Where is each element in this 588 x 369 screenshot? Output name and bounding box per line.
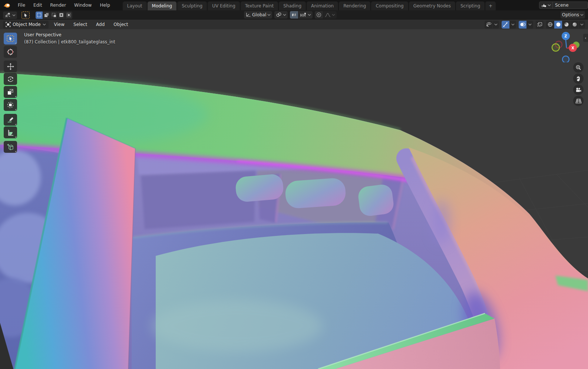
shading-wireframe-button[interactable] [546, 21, 554, 29]
tab-scripting[interactable]: Scripting [456, 1, 485, 10]
show-object-types-button[interactable] [485, 21, 492, 29]
tool-scale[interactable] [4, 86, 17, 98]
shading-mode-group [546, 21, 585, 29]
axis-neg-y-ball[interactable] [552, 44, 559, 51]
move-icon [7, 63, 14, 70]
mode-label: Object Mode [13, 22, 41, 27]
menu-edit[interactable]: Edit [30, 1, 46, 9]
select-mode-extend[interactable] [43, 11, 50, 19]
tool-rotate[interactable] [4, 73, 17, 85]
pointer-eye-icon [486, 22, 492, 27]
tab-uv-editing[interactable]: UV Editing [208, 1, 240, 10]
zoom-icon [575, 65, 581, 70]
menu-help[interactable]: Help [96, 1, 113, 9]
add-workspace-button[interactable]: + [485, 1, 496, 10]
tab-sculpting[interactable]: Sculpting [177, 1, 207, 10]
chevron-down-icon [43, 23, 46, 26]
menu-add[interactable]: Add [93, 21, 108, 28]
toggle-xray-button[interactable] [536, 21, 544, 29]
select-cursor-icon [24, 13, 28, 17]
menu-object[interactable]: Object [110, 21, 131, 28]
toggle-orthographic-button[interactable] [573, 96, 584, 106]
tool-add-cube[interactable] [4, 141, 17, 153]
menu-view[interactable]: View [51, 21, 68, 28]
snap-toggle[interactable] [290, 11, 298, 19]
tab-rendering[interactable]: Rendering [339, 1, 370, 10]
menu-render[interactable]: Render [46, 1, 70, 9]
sidebar-toggle[interactable]: ‹ [583, 34, 588, 42]
tab-layout[interactable]: Layout [123, 1, 147, 10]
chevron-down-icon [548, 4, 551, 6]
show-gizmos-toggle[interactable] [502, 21, 509, 29]
options-button[interactable]: Options [561, 11, 585, 19]
tab-modeling[interactable]: Modeling [148, 1, 177, 10]
snap-with-selector[interactable] [298, 11, 313, 19]
proportional-edit-icon [316, 12, 321, 17]
chevron-down-icon [267, 14, 271, 16]
select-mode-set[interactable] [36, 11, 43, 19]
viewport-header-right [485, 21, 585, 29]
transform-orientation-selector[interactable]: Global [244, 11, 272, 19]
chevron-down-icon [332, 14, 335, 16]
menu-file[interactable]: File [14, 1, 29, 9]
mode-selector[interactable]: Object Mode [3, 21, 49, 29]
tab-compositing[interactable]: Compositing [371, 1, 408, 10]
show-overlays-toggle[interactable] [519, 21, 526, 29]
chevron-down-icon [308, 14, 311, 16]
shading-dropdown[interactable] [579, 21, 585, 29]
measure-icon [7, 129, 14, 136]
gizmos-group [502, 21, 516, 29]
menu-window[interactable]: Window [70, 1, 95, 9]
chevron-down-icon [580, 23, 584, 26]
shading-solid-button[interactable] [554, 21, 562, 29]
navigation-gizmo[interactable]: X Z [550, 31, 581, 62]
axis-z-label: Z [564, 34, 567, 38]
tool-measure[interactable] [4, 126, 17, 138]
tool-transform[interactable] [4, 99, 17, 111]
tab-geometry-nodes[interactable]: Geometry Nodes [409, 1, 455, 10]
select-mode-intersect[interactable] [65, 11, 72, 19]
transform-settings-cluster: Global [244, 11, 337, 19]
active-tool-indicator[interactable] [22, 11, 30, 19]
scene-selector[interactable]: Scene [539, 1, 588, 9]
overlays-group [519, 21, 533, 29]
tool-move[interactable] [4, 60, 17, 72]
zoom-button[interactable] [573, 62, 584, 73]
object-mode-icon [6, 22, 11, 27]
overlays-dropdown[interactable] [527, 21, 533, 29]
shading-material-button[interactable] [562, 21, 570, 29]
tool-cursor[interactable] [4, 46, 17, 58]
pan-button[interactable] [573, 73, 584, 84]
gizmos-dropdown[interactable] [510, 21, 516, 29]
object-visibility-group [485, 21, 499, 29]
visibility-dropdown[interactable] [493, 21, 499, 29]
shading-rendered-button[interactable] [571, 21, 578, 29]
tab-shading[interactable]: Shading [279, 1, 306, 10]
solid-sphere-icon [556, 22, 561, 27]
tool-annotate[interactable] [4, 114, 17, 126]
editor-3d-viewport-icon [4, 12, 11, 18]
select-mode-subtract[interactable] [50, 11, 57, 19]
camera-view-button[interactable] [573, 85, 584, 95]
snap-increment-icon [300, 13, 307, 17]
tab-animation[interactable]: Animation [307, 1, 338, 10]
proportional-edit-group [315, 11, 337, 19]
workspace-tabs: Layout Modeling Sculpting UV Editing Tex… [123, 0, 496, 10]
add-cube-icon [7, 143, 14, 151]
select-mode-invert[interactable] [58, 11, 65, 19]
3d-viewport[interactable]: User Perspective (87) Collection | etk80… [0, 29, 588, 369]
editor-type-selector[interactable] [3, 11, 17, 19]
tool-select-box[interactable] [4, 33, 17, 45]
gizmo-icon [503, 22, 508, 27]
viewport-nav-buttons [573, 62, 584, 106]
select-box-icon [7, 35, 14, 42]
menu-select[interactable]: Select [70, 21, 90, 28]
scale-icon [7, 89, 14, 95]
tab-texture-paint[interactable]: Texture Paint [241, 1, 278, 10]
blender-logo-icon[interactable] [3, 2, 11, 9]
axis-neg-z-ball[interactable] [562, 56, 569, 62]
proportional-edit-toggle[interactable] [315, 11, 323, 19]
viewport-render [0, 29, 588, 369]
pivot-point-selector[interactable] [274, 11, 288, 19]
proportional-falloff-selector[interactable] [323, 11, 337, 19]
